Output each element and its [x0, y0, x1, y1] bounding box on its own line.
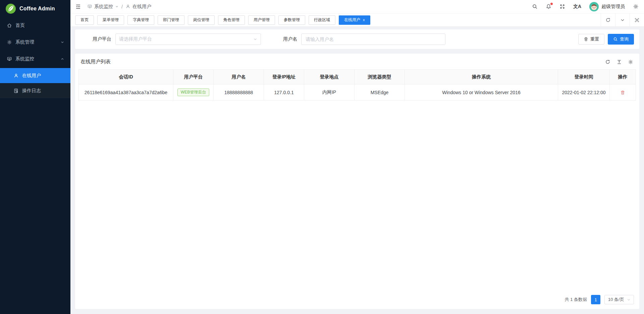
platform-label: 用户平台: [80, 36, 115, 42]
delete-row-trash-icon[interactable]: [620, 90, 625, 95]
cell-browser: MSEdge: [355, 84, 405, 101]
online-users-card: 在线用户列表: [75, 54, 639, 309]
tab-dict-management[interactable]: 字典管理: [127, 15, 154, 25]
breadcrumb: 系统监控 / 在线用户: [87, 4, 151, 10]
chevron-down-icon: [115, 5, 119, 8]
settings-gear-icon[interactable]: [633, 4, 639, 9]
reset-button[interactable]: 重置: [578, 34, 604, 45]
app-root: Coffee Admin 首页 系统管理: [0, 0, 644, 314]
platform-select-placeholder: 请选择用户平台: [119, 36, 253, 42]
chevron-down-icon: [60, 40, 64, 44]
chevron-down-icon: [253, 37, 257, 41]
table-header-row: 会话ID 用户平台 用户名 登录IP地址 登录地点 浏览器类型 操作系统 登录时…: [79, 70, 636, 84]
card-title: 在线用户列表: [80, 59, 111, 65]
tabbar-controls: [601, 13, 644, 27]
chevron-up-icon: [60, 57, 64, 61]
reset-button-label: 重置: [590, 36, 599, 42]
table-row: 26118e6169aa41a387aa3ca7a7d2a6be WEB管理后台…: [79, 84, 636, 101]
cell-location: 内网IP: [304, 84, 355, 101]
sidebar-item-online-users[interactable]: 在线用户: [0, 68, 70, 83]
sidebar-collapse-icon[interactable]: [75, 4, 81, 10]
page-tabbar: 首页 菜单管理 字典管理 部门管理 岗位管理 角色管理 用户管理 参数管理 行政…: [70, 13, 644, 27]
sidebar-item-home[interactable]: 首页: [0, 18, 70, 33]
notification-dot: [550, 3, 553, 5]
sidebar-item-system-monitor[interactable]: 系统监控: [0, 52, 70, 66]
sidebar-submenu-monitor: 在线用户 操作日志: [0, 68, 70, 98]
user-icon: [125, 4, 130, 9]
col-actions: 操作: [610, 70, 636, 84]
maximize-icon[interactable]: [630, 13, 644, 27]
search-button[interactable]: 查询: [608, 34, 634, 45]
page-size-select[interactable]: 10 条/页: [604, 295, 634, 304]
sidebar-item-operation-logs[interactable]: 操作日志: [0, 83, 70, 98]
tab-param-management[interactable]: 参数管理: [278, 15, 305, 25]
breadcrumb-separator: /: [121, 4, 123, 9]
sidebar-item-system-management[interactable]: 系统管理: [0, 35, 70, 49]
trash-icon: [584, 37, 588, 42]
spring-leaf-logo-icon: [5, 3, 16, 14]
search-button-label: 查询: [620, 36, 629, 42]
sidebar-item-label: 系统管理: [15, 39, 34, 45]
brand: Coffee Admin: [0, 0, 70, 17]
user-icon: [13, 73, 19, 78]
tab-role-management[interactable]: 角色管理: [218, 15, 245, 25]
tab-admin-region[interactable]: 行政区域: [309, 15, 335, 25]
translate-icon[interactable]: 文A: [573, 4, 581, 10]
current-user-name: 超级管理员: [601, 4, 625, 10]
cell-username: 18888888888: [214, 84, 264, 101]
col-username: 用户名: [214, 70, 264, 84]
monitor-icon: [87, 4, 92, 9]
chevron-down-icon[interactable]: [615, 13, 630, 27]
username-input[interactable]: [301, 34, 445, 45]
tab-post-management[interactable]: 岗位管理: [188, 15, 215, 25]
notification-bell-icon[interactable]: [546, 4, 551, 9]
column-settings-gear-icon[interactable]: [628, 59, 633, 65]
header-actions: 文A 超级管理员: [532, 2, 639, 11]
refresh-icon[interactable]: [601, 13, 615, 27]
cell-login-time: 2022-01-02 22:12:00: [558, 84, 610, 101]
col-location: 登录地点: [304, 70, 355, 84]
chevron-down-icon: [627, 298, 631, 302]
col-platform: 用户平台: [173, 70, 214, 84]
breadcrumb-current: 在线用户: [132, 4, 151, 10]
fullscreen-icon[interactable]: [559, 4, 565, 9]
search-icon: [613, 37, 618, 42]
tab-menu-management[interactable]: 菜单管理: [97, 15, 124, 25]
platform-tag: WEB管理后台: [177, 88, 209, 97]
monitor-icon: [7, 56, 12, 62]
user-chip[interactable]: 超级管理员: [589, 2, 625, 11]
col-login-time: 登录时间: [558, 70, 610, 84]
row-density-icon[interactable]: [616, 59, 622, 65]
brand-name: Coffee Admin: [19, 6, 55, 12]
sidebar-item-label: 首页: [15, 22, 25, 28]
avatar: [589, 2, 599, 11]
main-column: 系统监控 / 在线用户: [70, 0, 644, 314]
tab-home[interactable]: 首页: [75, 15, 94, 25]
table-wrap: 会话ID 用户平台 用户名 登录IP地址 登录地点 浏览器类型 操作系统 登录时…: [75, 69, 639, 101]
tab-close-icon[interactable]: x: [363, 18, 365, 22]
cell-os: Windows 10 or Windows Server 2016: [405, 84, 558, 101]
col-ip: 登录IP地址: [264, 70, 304, 84]
sidebar: Coffee Admin 首页 系统管理: [0, 0, 70, 314]
tab-user-management[interactable]: 用户管理: [248, 15, 275, 25]
page-tabs: 首页 菜单管理 字典管理 部门管理 岗位管理 角色管理 用户管理 参数管理 行政…: [75, 15, 370, 25]
cell-session-id: 26118e6169aa41a387aa3ca7a7d2a6be: [79, 84, 173, 101]
tab-dept-management[interactable]: 部门管理: [158, 15, 184, 25]
filter-panel: 用户平台 请选择用户平台 用户名: [75, 29, 639, 49]
refresh-icon[interactable]: [605, 59, 610, 65]
username-label: 用户名: [261, 36, 301, 42]
platform-select[interactable]: 请选择用户平台: [115, 34, 261, 45]
cell-platform: WEB管理后台: [173, 84, 214, 101]
tab-online-users-active[interactable]: 在线用户 x: [339, 15, 370, 25]
pagination-page-1[interactable]: 1: [591, 295, 600, 304]
sidebar-item-label: 操作日志: [22, 88, 41, 94]
cell-ip: 127.0.0.1: [264, 84, 304, 101]
card-tools: [605, 59, 633, 65]
content-area: 用户平台 请选择用户平台 用户名: [70, 27, 644, 314]
log-search-icon: [13, 88, 19, 93]
breadcrumb-parent[interactable]: 系统监控: [94, 4, 113, 10]
card-header: 在线用户列表: [75, 54, 639, 69]
sidebar-item-label: 系统监控: [15, 56, 34, 62]
search-icon[interactable]: [532, 4, 538, 9]
col-os: 操作系统: [405, 70, 558, 84]
